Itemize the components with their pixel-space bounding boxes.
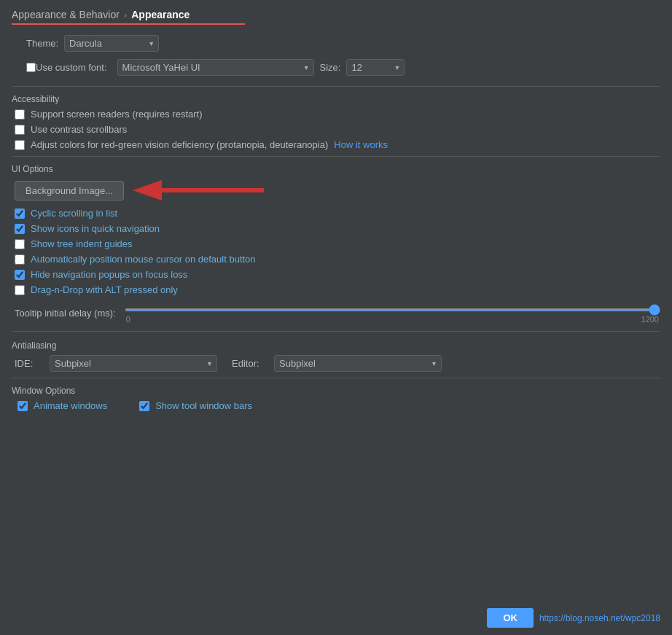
screen-readers-row: Support screen readers (requires restart… [15,109,660,120]
theme-label: Theme: [26,38,58,49]
show-tool-bars-label[interactable]: Show tool window bars [155,400,252,411]
drag-drop-checkbox[interactable] [15,285,25,295]
hide-nav-label[interactable]: Hide navigation popups on focus loss [31,269,187,280]
slider-container: 0 1200 [125,303,660,324]
show-icons-checkbox[interactable] [15,224,25,234]
screen-readers-label[interactable]: Support screen readers (requires restart… [31,109,203,120]
tooltip-slider[interactable] [125,308,660,311]
contrast-scrollbars-row: Use contrast scrollbars [15,124,660,135]
accessibility-title: Accessibility [12,94,660,104]
ok-button[interactable]: OK [487,608,534,628]
editor-aa-label: Editor: [232,358,268,369]
animate-windows-label[interactable]: Animate windows [34,400,107,411]
auto-mouse-label[interactable]: Automatically position mouse cursor on d… [31,254,256,265]
settings-panel: Appearance & Behavior › Appearance Theme… [0,0,672,459]
editor-select-wrapper: Subpixel Greyscale No antialiasing [274,355,442,372]
size-label: Size: [320,62,341,73]
ide-antialiasing-select[interactable]: Subpixel Greyscale No antialiasing [50,355,217,372]
slider-max: 1200 [641,315,659,324]
breadcrumb-current: Appearance [131,9,190,20]
show-icons-label[interactable]: Show icons in quick navigation [31,223,160,234]
hide-nav-row: Hide navigation popups on focus loss [15,269,660,280]
ide-select-wrapper: Subpixel Greyscale No antialiasing [50,355,217,372]
window-options-row: Animate windows Show tool window bars [15,400,660,416]
ui-options-title: UI Options [12,164,660,174]
bg-button-row: Background Image... [15,180,660,200]
font-select[interactable]: Microsoft YaHei UI Arial Consolas Segoe … [117,59,314,76]
show-icons-row: Show icons in quick navigation [15,223,660,234]
bottom-bar: OK https://blog.noseh.net/wpc2018 [0,601,672,635]
auto-mouse-checkbox[interactable] [15,254,25,265]
slider-row: Tooltip initial delay (ms): 0 1200 [15,303,660,324]
animate-windows-row: Animate windows [17,400,107,411]
color-deficiency-label[interactable]: Adjust colors for red-green vision defic… [31,139,328,150]
show-tree-row: Show tree indent guides [15,238,660,249]
hide-nav-checkbox[interactable] [15,270,25,280]
show-tool-bars-row: Show tool window bars [139,400,252,411]
window-options-section: Window Options Animate windows Show tool… [12,386,660,416]
color-deficiency-row: Adjust colors for red-green vision defic… [15,139,660,150]
red-arrow-svg [133,180,278,200]
svg-marker-1 [133,180,162,200]
font-select-wrapper: Microsoft YaHei UI Arial Consolas Segoe … [117,59,314,76]
annotation-arrow [133,180,278,200]
size-select[interactable]: 10 11 12 13 14 16 [346,59,405,76]
antialiasing-title: Antialiasing [12,340,660,351]
background-image-button[interactable]: Background Image... [15,181,124,200]
editor-antialiasing-select[interactable]: Subpixel Greyscale No antialiasing [274,355,442,372]
custom-font-checkbox[interactable] [26,63,36,72]
divider-antialiasing [12,331,660,332]
breadcrumb: Appearance & Behavior › Appearance [12,9,660,20]
how-it-works-link[interactable]: How it works [334,139,388,150]
breadcrumb-parent[interactable]: Appearance & Behavior [12,9,120,20]
theme-row: Theme: Darcula IntelliJ Windows 10 High … [12,35,660,52]
show-tree-label[interactable]: Show tree indent guides [31,238,132,249]
contrast-scrollbars-label[interactable]: Use contrast scrollbars [31,124,127,135]
screen-readers-checkbox[interactable] [15,109,25,120]
theme-select[interactable]: Darcula IntelliJ Windows 10 High contras… [64,35,159,52]
divider-accessibility [12,86,660,87]
breadcrumb-underline [12,23,245,25]
ide-label: IDE: [15,358,44,369]
animate-windows-checkbox[interactable] [17,401,28,411]
cyclic-scroll-label[interactable]: Cyclic scrolling in list [31,208,117,219]
aa-row: IDE: Subpixel Greyscale No antialiasing … [15,355,660,372]
breadcrumb-separator: › [124,9,127,20]
divider-window-options [12,378,660,378]
slider-min: 0 [126,315,130,324]
contrast-scrollbars-checkbox[interactable] [15,125,25,135]
show-tree-checkbox[interactable] [15,239,25,249]
divider-ui-options [12,156,660,157]
color-deficiency-checkbox[interactable] [15,140,25,150]
drag-drop-label[interactable]: Drag-n-Drop with ALT pressed only [31,284,178,295]
show-tool-bars-checkbox[interactable] [139,401,149,411]
drag-drop-row: Drag-n-Drop with ALT pressed only [15,284,660,295]
size-select-wrapper: 10 11 12 13 14 16 [346,59,405,76]
svg-rect-0 [162,188,264,192]
auto-mouse-row: Automatically position mouse cursor on d… [15,254,660,265]
cyclic-scroll-checkbox[interactable] [15,209,25,219]
font-row: Use custom font: Microsoft YaHei UI Aria… [26,59,660,76]
window-options-title: Window Options [12,386,660,396]
tooltip-label: Tooltip initial delay (ms): [15,308,116,319]
slider-values: 0 1200 [125,315,660,324]
footer-url: https://blog.noseh.net/wpc2018 [539,613,660,623]
cyclic-scroll-row: Cyclic scrolling in list [15,208,660,219]
custom-font-label[interactable]: Use custom font: [36,62,107,73]
antialiasing-section: Antialiasing IDE: Subpixel Greyscale No … [12,340,660,372]
tooltip-delay-section: Tooltip initial delay (ms): 0 1200 [15,303,660,324]
theme-select-wrapper: Darcula IntelliJ Windows 10 High contras… [64,35,159,52]
